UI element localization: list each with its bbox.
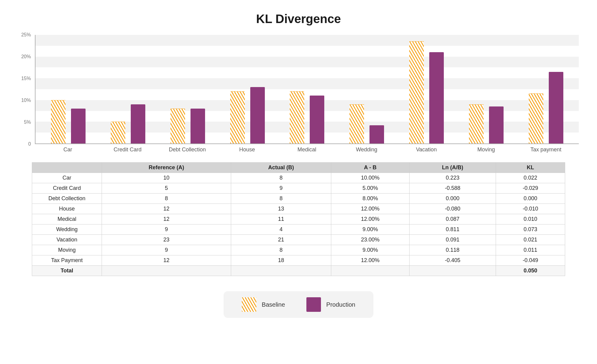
table-cell: 8: [231, 173, 331, 183]
table-cell: 5: [102, 183, 231, 194]
table-cell: Debt Collection: [32, 194, 102, 204]
table-cell: 0.022: [496, 173, 565, 183]
table-cell: 0.021: [496, 235, 565, 245]
bar-group: [111, 35, 145, 143]
table-cell: 0.091: [410, 235, 496, 245]
y-tick: 15%: [21, 76, 31, 81]
x-label: House: [217, 147, 277, 153]
table-cell: 12: [102, 255, 231, 266]
x-label: Vacation: [396, 147, 456, 153]
x-label: Tax payment: [516, 147, 576, 153]
bar-baseline: [290, 91, 304, 143]
table-body: Car10810.00%0.2230.022Credit Card595.00%…: [32, 173, 565, 276]
table-header-cell: KL: [496, 163, 565, 173]
table-cell: [102, 266, 231, 276]
x-label: Debt Collection: [157, 147, 217, 153]
table-cell: 12.00%: [331, 255, 409, 266]
swatch-baseline-icon: [242, 297, 256, 312]
table-row: House121312.00%-0.080-0.010: [32, 204, 565, 214]
table-cell: 0.073: [496, 224, 565, 235]
legend-item-baseline: Baseline: [242, 297, 285, 312]
table-cell: 12.00%: [331, 214, 409, 224]
table-cell: 9: [102, 224, 231, 235]
x-label: Credit Card: [98, 147, 157, 153]
bar-production: [250, 87, 265, 143]
table-cell: 4: [231, 224, 331, 235]
bar-group: [349, 35, 384, 143]
kl-bar-chart: 05%10%15%20%25% CarCredit CardDebt Colle…: [18, 35, 579, 156]
table-cell: -0.588: [410, 183, 496, 194]
bar-group: [469, 35, 504, 143]
table-row: Vacation232123.00%0.0910.021: [32, 235, 565, 245]
bar-baseline: [469, 104, 484, 143]
bar-group: [529, 35, 563, 143]
legend-label-production: Production: [326, 301, 356, 308]
table-cell: 9.00%: [331, 224, 409, 235]
table-cell: 10.00%: [331, 173, 409, 183]
table-cell: -0.080: [410, 204, 496, 214]
table-cell: 12: [102, 214, 231, 224]
table-cell: [331, 266, 409, 276]
table-cell: 12.00%: [331, 204, 409, 214]
table-header-cell: [32, 163, 102, 173]
bar-group: [290, 35, 324, 143]
table-cell: -0.029: [496, 183, 565, 194]
bar-baseline: [51, 100, 66, 143]
table-cell: -0.049: [496, 255, 565, 266]
table-cell: 0.011: [496, 245, 565, 255]
table-cell: Tax Payment: [32, 255, 102, 266]
table-cell: Total: [32, 266, 102, 276]
table-row: Tax Payment121812.00%-0.405-0.049: [32, 255, 565, 266]
table-header-cell: Actual (B): [231, 163, 331, 173]
table-cell: Wedding: [32, 224, 102, 235]
table-cell: House: [32, 204, 102, 214]
x-label: Wedding: [337, 147, 396, 153]
table-cell: Moving: [32, 245, 102, 255]
legend-label-baseline: Baseline: [262, 301, 285, 308]
table-row: Credit Card595.00%-0.588-0.029: [32, 183, 565, 194]
table-cell: 23: [102, 235, 231, 245]
x-label: Car: [38, 147, 98, 153]
bar-groups: [35, 35, 579, 143]
table-header-cell: Ln (A/B): [410, 163, 496, 173]
table-cell: 0.000: [496, 194, 565, 204]
bar-production: [71, 109, 86, 143]
bar-baseline: [111, 122, 125, 143]
bar-group: [51, 35, 86, 143]
table-cell: 13: [231, 204, 331, 214]
y-axis: 05%10%15%20%25%: [18, 35, 33, 144]
bar-baseline: [230, 91, 245, 143]
table-cell: Medical: [32, 214, 102, 224]
page-title: KL Divergence: [12, 12, 585, 26]
y-tick: 20%: [21, 54, 31, 59]
table-cell: [410, 266, 496, 276]
table-row: Moving989.00%0.1180.011: [32, 245, 565, 255]
table-cell: 0.000: [410, 194, 496, 204]
bar-group: [170, 35, 205, 143]
table-cell: 0.087: [410, 214, 496, 224]
bar-production: [191, 109, 205, 143]
table-cell: 10: [102, 173, 231, 183]
y-tick: 5%: [24, 120, 31, 125]
table-cell: [231, 266, 331, 276]
table-cell: 21: [231, 235, 331, 245]
table-cell: -0.010: [496, 204, 565, 214]
y-tick: 10%: [21, 98, 31, 103]
table-cell: 18: [231, 255, 331, 266]
x-label: Moving: [456, 147, 516, 153]
bar-baseline: [409, 41, 424, 143]
bar-group: [230, 35, 265, 143]
plot-area: [35, 35, 579, 144]
bar-group: [409, 35, 444, 143]
table-cell: 9: [231, 183, 331, 194]
table-header-cell: Reference (A): [102, 163, 231, 173]
table-cell: 9.00%: [331, 245, 409, 255]
table-cell: 0.118: [410, 245, 496, 255]
table-cell: 0.223: [410, 173, 496, 183]
y-tick: 0: [28, 141, 31, 147]
table-row: Medical121112.00%0.0870.010: [32, 214, 565, 224]
y-tick: 25%: [21, 32, 31, 38]
x-axis-labels: CarCredit CardDebt CollectionHouseMedica…: [35, 144, 579, 156]
bar-baseline: [349, 104, 364, 143]
table-cell: 12: [102, 204, 231, 214]
